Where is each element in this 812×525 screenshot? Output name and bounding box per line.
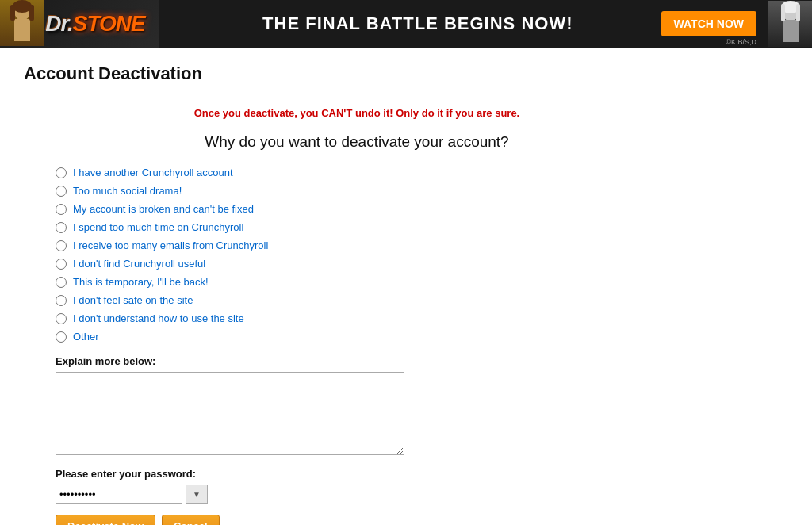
reason-label-9[interactable]: Other: [73, 331, 99, 343]
reason-item-8: I don't understand how to use the site: [56, 312, 690, 324]
banner-tagline: THE FINAL BATTLE BEGINS NOW!: [159, 13, 661, 34]
reason-label-8[interactable]: I don't understand how to use the site: [73, 312, 244, 324]
reason-radio-8[interactable]: [56, 313, 67, 324]
explain-section: Explain more below:: [56, 355, 690, 455]
reason-label-4[interactable]: I receive too many emails from Crunchyro…: [73, 240, 268, 251]
reason-radio-0[interactable]: [56, 167, 67, 178]
reason-label-0[interactable]: I have another Crunchyroll account: [73, 167, 233, 178]
svg-rect-4: [29, 5, 34, 21]
reasons-list: I have another Crunchyroll accountToo mu…: [56, 167, 690, 343]
reason-radio-2[interactable]: [56, 204, 67, 215]
warning-text: Once you deactivate, you CAN'T undo it! …: [24, 107, 690, 119]
question-title: Why do you want to deactivate your accou…: [24, 133, 690, 151]
watch-now-label: WATCH NOW: [674, 17, 744, 30]
svg-rect-1: [14, 19, 30, 41]
page-title: Account Deactivation: [24, 63, 690, 94]
reason-radio-3[interactable]: [56, 222, 67, 233]
password-toggle-button[interactable]: ▼: [186, 485, 208, 504]
reason-item-4: I receive too many emails from Crunchyro…: [56, 240, 690, 251]
reason-label-6[interactable]: This is temporary, I'll be back!: [73, 276, 209, 288]
banner: Dr.STONE THE FINAL BATTLE BEGINS NOW! WA…: [0, 0, 812, 48]
reason-label-7[interactable]: I don't feel safe on the site: [73, 294, 193, 306]
reason-label-2[interactable]: My account is broken and can't be fixed: [73, 203, 254, 215]
watch-now-button[interactable]: WATCH NOW: [661, 11, 756, 36]
password-section: Please enter your password: ▼: [56, 468, 690, 504]
reason-label-1[interactable]: Too much social drama!: [73, 185, 182, 197]
svg-rect-3: [10, 5, 15, 21]
banner-logo: Dr.STONE: [0, 0, 159, 48]
svg-rect-6: [783, 20, 799, 42]
banner-char-right-icon: [768, 1, 812, 47]
explain-label: Explain more below:: [56, 355, 690, 367]
reason-label-5[interactable]: I don't find Crunchyroll useful: [73, 258, 205, 270]
reason-item-3: I spend too much time on Crunchyroll: [56, 221, 690, 233]
reason-radio-1[interactable]: [56, 186, 67, 197]
reason-radio-9[interactable]: [56, 331, 67, 343]
reason-radio-7[interactable]: [56, 295, 67, 306]
page-content: Account Deactivation Once you deactivate…: [0, 48, 714, 525]
cancel-button[interactable]: Cancel: [162, 515, 220, 525]
reason-label-3[interactable]: I spend too much time on Crunchyroll: [73, 221, 243, 233]
reason-item-7: I don't feel safe on the site: [56, 294, 690, 306]
reason-item-9: Other: [56, 331, 690, 343]
reason-item-5: I don't find Crunchyroll useful: [56, 258, 690, 270]
banner-copyright: ©K,B/S,D: [726, 38, 756, 46]
svg-rect-9: [796, 4, 800, 21]
reason-item-2: My account is broken and can't be fixed: [56, 203, 690, 215]
actions-section: Deactivate Now Cancel: [56, 515, 690, 525]
password-label: Please enter your password:: [56, 468, 690, 480]
reason-item-6: This is temporary, I'll be back!: [56, 276, 690, 288]
reason-item-1: Too much social drama!: [56, 185, 690, 197]
reason-item-0: I have another Crunchyroll account: [56, 167, 690, 178]
reason-radio-6[interactable]: [56, 277, 67, 288]
svg-rect-8: [781, 4, 785, 21]
banner-drstone-logo: Dr.STONE: [45, 11, 144, 36]
explain-textarea[interactable]: [56, 372, 404, 455]
password-input[interactable]: [56, 485, 182, 504]
banner-char-left-icon: [0, 0, 44, 46]
password-row: ▼: [56, 485, 690, 504]
deactivate-button[interactable]: Deactivate Now: [56, 515, 155, 525]
reason-radio-4[interactable]: [56, 240, 67, 251]
svg-point-2: [13, 0, 32, 13]
reason-radio-5[interactable]: [56, 259, 67, 270]
